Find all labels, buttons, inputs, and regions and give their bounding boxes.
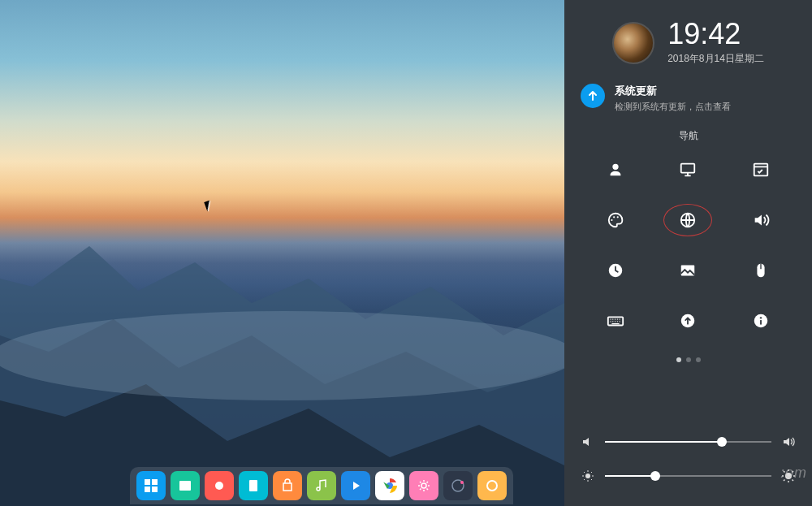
palette-icon: [607, 211, 624, 229]
dock-file-manager[interactable]: [171, 471, 200, 500]
dock-monitor[interactable]: [443, 471, 473, 500]
nav-default-apps[interactable]: [724, 154, 797, 185]
svg-point-6: [215, 482, 223, 490]
dock-screen-recorder[interactable]: [205, 471, 234, 500]
volume-slider[interactable]: [581, 435, 796, 449]
info-icon: [752, 312, 770, 330]
settings-grid: [564, 154, 812, 351]
svg-point-19: [616, 216, 618, 218]
nav-time[interactable]: [579, 255, 652, 286]
gear-icon: [417, 478, 431, 493]
dock-chrome[interactable]: [375, 471, 404, 500]
svg-point-30: [585, 474, 590, 478]
launcher-icon: [143, 478, 159, 494]
speaker-icon: [752, 211, 770, 229]
gauge-icon: [450, 478, 466, 494]
svg-point-14: [487, 481, 497, 491]
watermark-text: :om: [780, 465, 807, 482]
svg-point-0: [0, 311, 564, 400]
user-avatar[interactable]: [612, 22, 654, 64]
page-dot-1[interactable]: [676, 357, 681, 362]
update-arrow-icon: [581, 84, 605, 108]
bag-icon: [280, 478, 295, 493]
svg-point-11: [421, 483, 426, 488]
clock-date: 2018年8月14日星期二: [667, 52, 764, 66]
svg-rect-29: [760, 320, 762, 325]
page-dot-3[interactable]: [696, 357, 701, 362]
control-center-panel: 19:42 2018年8月14日星期二 系统更新 检测到系统有更新，点击查看 导…: [564, 0, 812, 506]
clock-icon: [607, 262, 624, 279]
page-indicator[interactable]: [564, 351, 812, 374]
mouse-icon: [752, 262, 770, 279]
brightness-slider[interactable]: [581, 469, 796, 483]
nav-info[interactable]: [724, 305, 797, 336]
mountain-silhouette: [0, 230, 564, 506]
svg-rect-15: [681, 164, 695, 173]
svg-point-18: [613, 216, 615, 218]
person-icon: [607, 161, 624, 179]
svg-rect-7: [249, 480, 257, 491]
mouse-cursor: [204, 200, 215, 212]
page-dot-2[interactable]: [686, 357, 691, 362]
dock-browser[interactable]: [477, 471, 507, 500]
nav-network[interactable]: [652, 205, 725, 236]
volume-max-icon: [781, 435, 796, 449]
volume-icon: [581, 435, 595, 449]
nav-personalization[interactable]: [579, 205, 652, 236]
dock-music[interactable]: [307, 471, 336, 500]
arrow-up-circle-icon: [679, 312, 697, 330]
clock-time: 19:42: [667, 19, 764, 49]
svg-rect-4: [152, 487, 158, 492]
svg-marker-8: [353, 482, 360, 490]
document-icon: [246, 478, 261, 493]
keyboard-icon: [607, 312, 624, 330]
svg-rect-1: [145, 479, 150, 485]
swirl-icon: [485, 478, 499, 493]
desktop-wallpaper[interactable]: [0, 0, 564, 506]
folder-icon: [178, 478, 192, 493]
globe-icon: [679, 211, 697, 229]
monitor-icon: [679, 161, 697, 179]
window-check-icon: [752, 161, 770, 179]
panel-header: 19:42 2018年8月14日星期二: [564, 0, 812, 76]
nav-display[interactable]: [652, 154, 725, 185]
nav-update[interactable]: [652, 305, 725, 336]
svg-rect-5: [179, 481, 191, 491]
svg-rect-3: [145, 487, 150, 492]
nav-mouse[interactable]: [724, 255, 797, 286]
dock-settings[interactable]: [409, 471, 438, 500]
nav-sound[interactable]: [724, 205, 797, 236]
system-update-notification[interactable]: 系统更新 检测到系统有更新，点击查看: [564, 76, 812, 124]
image-icon: [679, 262, 697, 279]
sliders-section: [564, 422, 812, 506]
notification-title: 系统更新: [615, 84, 731, 98]
nav-wallpaper[interactable]: [652, 255, 725, 286]
svg-rect-2: [152, 479, 158, 485]
record-icon: [212, 478, 227, 493]
brightness-low-icon: [581, 469, 595, 483]
dock-app-store[interactable]: [273, 471, 302, 500]
nav-account[interactable]: [579, 154, 652, 185]
svg-point-17: [611, 219, 612, 221]
nav-section-title: 导航: [564, 124, 812, 154]
chrome-icon: [381, 477, 399, 495]
dock-reader[interactable]: [239, 471, 268, 500]
svg-point-28: [760, 317, 762, 318]
play-icon: [348, 478, 363, 493]
notification-description: 检测到系统有更新，点击查看: [615, 101, 731, 113]
dock-video[interactable]: [341, 471, 370, 500]
dock-launcher[interactable]: [136, 471, 166, 500]
svg-rect-16: [754, 164, 768, 176]
nav-keyboard[interactable]: [579, 305, 652, 336]
dock: [130, 467, 513, 504]
music-note-icon: [314, 478, 329, 493]
svg-point-13: [460, 481, 464, 484]
